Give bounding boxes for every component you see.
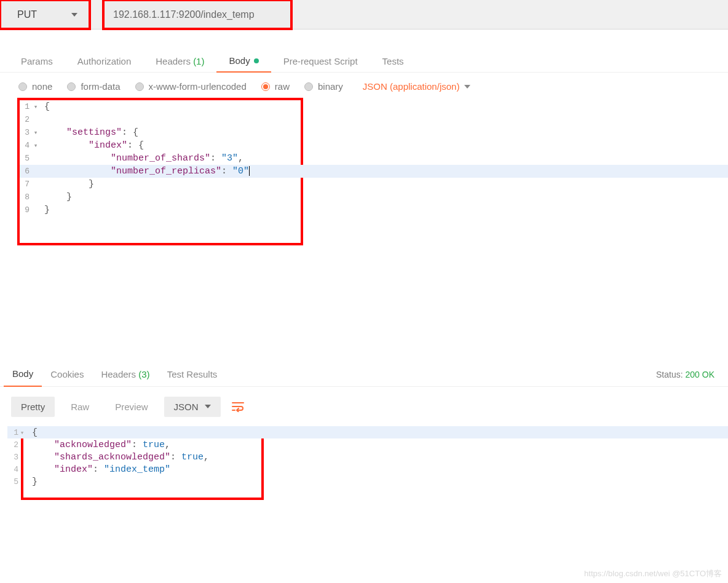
view-preview-button[interactable]: Preview (105, 397, 157, 417)
radio-binary[interactable]: binary (304, 81, 343, 92)
radio-xwww[interactable]: x-www-form-urlencoded (135, 81, 247, 92)
request-tabs: Params Authorization Headers (1) Body Pr… (0, 50, 728, 73)
content-type-select[interactable]: JSON (application/json) (363, 81, 471, 92)
resp-tab-headers[interactable]: Headers (3) (92, 362, 158, 387)
request-bar: PUT (0, 0, 728, 30)
resp-tab-cookies[interactable]: Cookies (42, 362, 92, 387)
radio-icon (304, 82, 313, 91)
tab-authorization[interactable]: Authorization (65, 50, 144, 73)
tab-headers-label: Headers (156, 56, 191, 66)
chevron-down-icon (205, 405, 211, 408)
wrap-icon (231, 401, 245, 412)
request-body-editor[interactable]: 1▾{ 2 3▾ "settings": { 4▾ "index": { 5 "… (17, 98, 303, 245)
response-body-editor[interactable]: 1▾{ 2 "acknowledged": true, 3 "shards_ac… (21, 426, 264, 500)
tab-prerequest[interactable]: Pre-request Script (271, 50, 370, 73)
tab-body[interactable]: Body (216, 50, 271, 73)
tab-headers-count: (1) (193, 56, 204, 66)
wrap-lines-button[interactable] (227, 395, 249, 418)
view-pretty-button[interactable]: Pretty (11, 397, 55, 417)
radio-icon (18, 82, 27, 91)
response-view-bar: Pretty Raw Preview JSON (0, 387, 728, 426)
body-indicator-icon (254, 58, 259, 63)
url-input[interactable] (113, 9, 282, 20)
tab-tests[interactable]: Tests (370, 50, 416, 73)
tab-body-label: Body (229, 55, 250, 66)
body-type-options: none form-data x-www-form-urlencoded raw… (0, 73, 728, 98)
chevron-down-icon (464, 85, 470, 89)
tab-headers[interactable]: Headers (1) (143, 50, 216, 73)
radio-icon (67, 82, 76, 91)
url-input-wrap (102, 0, 293, 30)
radio-icon (261, 82, 270, 91)
resp-tab-body[interactable]: Body (4, 362, 42, 387)
chevron-down-icon (71, 13, 77, 17)
radio-raw[interactable]: raw (261, 81, 290, 92)
response-status: Status: 200 OK (656, 370, 724, 379)
radio-form-data[interactable]: form-data (67, 81, 120, 92)
radio-icon (135, 82, 144, 91)
http-method-value: PUT (17, 9, 37, 20)
watermark: https://blog.csdn.net/wei @51CTO博客 (584, 568, 722, 579)
radio-none[interactable]: none (18, 81, 52, 92)
view-raw-button[interactable]: Raw (61, 397, 99, 417)
response-format-select[interactable]: JSON (164, 397, 221, 417)
resp-tab-test-results[interactable]: Test Results (159, 362, 226, 387)
http-method-select[interactable]: PUT (0, 0, 91, 30)
tab-params[interactable]: Params (9, 50, 65, 73)
response-tabs: Body Cookies Headers (3) Test Results St… (0, 362, 728, 387)
